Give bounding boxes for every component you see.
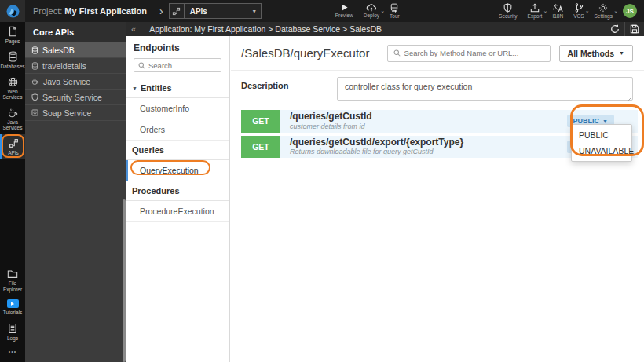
project-breadcrumb: Project:My First Application — [33, 6, 147, 16]
chevron-down-icon: ⌄ — [613, 8, 618, 14]
settings-button[interactable]: ⌄ Settings — [595, 3, 613, 19]
cloud-upload-icon — [366, 3, 377, 12]
workspace-selector[interactable]: APIs ▾ — [169, 3, 262, 19]
endpoint-item-label: QueryExecution — [140, 166, 199, 175]
service-item-soap-service[interactable]: Soap Service — [25, 105, 126, 121]
endpoint-info: /queries/getCustId customer details from… — [290, 110, 372, 133]
endpoint-item-queryexecution[interactable]: QueryExecution — [126, 160, 229, 181]
description-label: Description — [241, 77, 337, 104]
endpoint-summary: Returns downloadable file for query getC… — [290, 148, 463, 156]
caret-down-icon: ▼ — [132, 86, 137, 91]
sidebar-item-label: Pages — [5, 38, 20, 44]
service-item-java-service[interactable]: Java Service — [25, 74, 126, 90]
sidebar-item-logs[interactable]: Logs — [0, 319, 25, 344]
resize-handle-icon[interactable] — [626, 95, 631, 101]
endpoint-path: /queries/getCustId/export/{exportType} — [290, 137, 463, 148]
chevron-down-icon: ⌄ — [543, 8, 548, 14]
service-item-security-service[interactable]: Security Service — [25, 90, 126, 105]
core-apis-panel: Core APIs SalesDB traveldetails Java Ser… — [25, 22, 126, 362]
save-button[interactable] — [624, 22, 644, 36]
shield-icon — [503, 3, 512, 13]
sidebar-item-label: Web Services — [0, 89, 25, 101]
pages-icon — [8, 26, 18, 37]
tour-button[interactable]: Tour — [390, 3, 400, 19]
chevron-down-icon: ⌄ — [585, 8, 590, 14]
caret-down-icon: ▼ — [619, 50, 624, 56]
app-logo[interactable] — [0, 0, 25, 22]
all-methods-dropdown[interactable]: All Methods ▼ — [559, 45, 633, 62]
preview-button[interactable]: Preview — [335, 3, 353, 19]
breadcrumb-actions — [606, 22, 644, 36]
sidebar-item-label: APIs — [8, 150, 19, 155]
service-item-traveldetails[interactable]: traveldetails — [25, 58, 126, 74]
application-breadcrumb-bar: « Application: My First Application > Da… — [126, 22, 644, 36]
apis-icon — [9, 138, 19, 148]
user-avatar[interactable]: JS — [623, 4, 637, 18]
refresh-icon — [610, 24, 620, 34]
rail-bottom-group: File Explorer Tutorials Logs ••• — [0, 265, 25, 362]
endpoint-item-orders[interactable]: Orders — [126, 119, 229, 141]
i18n-button[interactable]: I18N — [552, 3, 563, 19]
http-method-badge: GET — [241, 110, 280, 133]
service-item-salesdb[interactable]: SalesDB — [25, 42, 126, 58]
coffee-icon — [31, 78, 39, 85]
folder-icon — [7, 269, 18, 279]
main-content: /SalesDB/queryExecutor All Methods ▼ Des… — [231, 36, 644, 362]
save-icon — [630, 24, 639, 34]
endpoints-search[interactable] — [134, 58, 221, 72]
ellipsis-icon: ••• — [9, 349, 16, 354]
chevron-down-icon: ▾ — [253, 8, 256, 15]
section-header-queries[interactable]: Queries — [126, 141, 229, 160]
coffee-icon — [8, 108, 18, 118]
deploy-button[interactable]: ⌄ Deploy — [364, 3, 379, 19]
endpoint-item-label: CustomerInfo — [140, 104, 189, 113]
dropdown-option-unavailable[interactable]: UNAVAILABLE — [572, 143, 631, 159]
sidebar-item-apis[interactable]: APIs — [0, 134, 25, 159]
endpoints-search-input[interactable] — [148, 61, 217, 70]
security-label: Security — [499, 13, 517, 19]
panel-scrollbar[interactable] — [123, 199, 126, 362]
dropdown-option-public[interactable]: PUBLIC — [572, 127, 631, 143]
apis-icon — [170, 4, 185, 18]
all-methods-label: All Methods — [568, 49, 615, 58]
collapse-panel-button[interactable]: « — [126, 24, 141, 34]
endpoint-item-customerinfo[interactable]: CustomerInfo — [126, 98, 229, 119]
method-search[interactable] — [387, 45, 551, 62]
git-branch-icon — [574, 3, 584, 13]
export-button[interactable]: ⌄ Export — [528, 3, 543, 19]
translate-icon — [553, 3, 563, 13]
endpoints-panel: Endpoints ▼ Entities CustomerInfo Orders… — [126, 36, 230, 362]
settings-label: Settings — [595, 13, 613, 19]
section-header-entities[interactable]: ▼ Entities — [126, 79, 229, 98]
main-header: /SalesDB/queryExecutor All Methods ▼ — [231, 36, 644, 71]
access-level-dropdown-menu: PUBLIC UNAVAILABLE — [571, 124, 632, 162]
endpoint-item-procedureexecution[interactable]: ProcedureExecution — [126, 201, 229, 222]
description-field-wrap: controller class for query execution — [337, 77, 633, 104]
left-navigation-rail: Pages Databases Web Services Java Servic… — [0, 22, 25, 362]
sidebar-item-label: Tutorials — [3, 309, 23, 315]
search-icon — [138, 62, 145, 69]
section-header-procedures[interactable]: Procedures — [126, 181, 229, 201]
sidebar-item-file-explorer[interactable]: File Explorer — [0, 265, 25, 295]
chevron-right-icon: › — [159, 5, 163, 16]
description-textarea[interactable]: controller class for query execution — [337, 77, 633, 101]
project-label: Project: — [33, 6, 62, 16]
sidebar-item-tutorials[interactable]: Tutorials — [0, 295, 25, 318]
endpoint-info: /queries/getCustId/export/{exportType} R… — [290, 136, 463, 159]
sidebar-item-databases[interactable]: Databases — [0, 47, 25, 72]
export-icon — [530, 3, 540, 13]
rail-overflow-button[interactable]: ••• — [0, 344, 25, 359]
section-label: Procedures — [132, 186, 180, 196]
wavemaker-logo-icon — [6, 5, 20, 18]
method-search-input[interactable] — [404, 49, 544, 57]
sidebar-item-web-services[interactable]: Web Services — [0, 73, 25, 104]
logs-icon — [8, 323, 17, 334]
sidebar-item-pages[interactable]: Pages — [0, 22, 25, 47]
security-button[interactable]: Security — [499, 3, 517, 19]
shield-icon — [31, 93, 38, 101]
section-label: Queries — [132, 145, 164, 155]
sidebar-item-java-services[interactable]: Java Services — [0, 104, 25, 134]
refresh-button[interactable] — [606, 22, 624, 36]
vcs-button[interactable]: ⌄ VCS — [573, 3, 584, 19]
soap-service-icon — [31, 109, 38, 116]
